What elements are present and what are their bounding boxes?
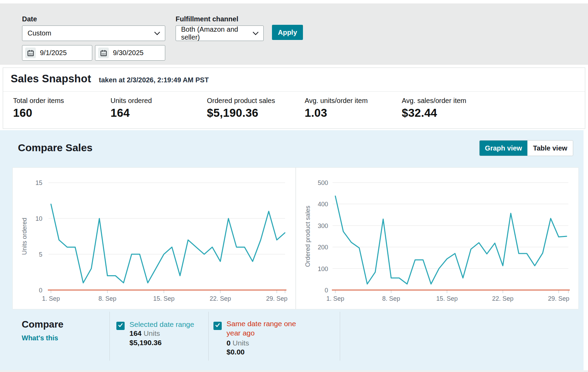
fulfillment-channel-select[interactable]: Both (Amazon and seller) [176,25,264,41]
compare-sales-title: Compare Sales [18,142,93,154]
legend-label-same-range-last-year: Same date range one year ago [227,319,309,338]
x-tick-label: 22. Sep [210,295,231,302]
metric-label: Total order items [13,97,64,105]
y-tick-label: 0 [325,287,328,294]
metric-label: Avg. units/order item [305,97,368,105]
x-tick-label: 1. Sep [42,295,60,302]
filter-bar: Date Custom 9/1/2025 [0,3,588,65]
y-tick-label: 500 [318,179,328,186]
metric-value: $32.44 [402,106,466,120]
seller-sales-dashboard: Date Custom 9/1/2025 [0,0,588,372]
units-ordered-chart: 0510151. Sep8. Sep15. Sep22. Sep29. SepU… [12,167,296,309]
legend-units-word: Units [144,329,160,337]
chart-canvas: 01002003004005001. Sep8. Sep15. Sep22. S… [296,168,579,310]
selected-date-range-checkbox[interactable] [116,322,125,330]
metric-units-ordered: Units ordered164 [111,97,152,120]
y-axis-title: Units ordered [21,218,28,255]
compare-heading: Compare [22,319,63,330]
calendar-icon[interactable] [25,48,36,58]
y-tick-label: 15 [35,179,42,186]
page-bottom-strip [0,370,588,372]
y-tick-label: 10 [35,215,42,222]
x-tick-label: 29. Sep [548,295,569,302]
tab-graph-view[interactable]: Graph view [480,141,527,156]
y-tick-label: 200 [318,244,328,251]
legend-units-word: Units [233,339,249,347]
metric-value: 164 [111,106,152,120]
ordered-product-sales-chart: 01002003004005001. Sep8. Sep15. Sep22. S… [296,167,579,309]
chart-canvas: 0510151. Sep8. Sep15. Sep22. Sep29. SepU… [13,168,296,310]
divider [109,312,110,361]
divider [208,312,209,361]
y-tick-label: 100 [318,266,328,272]
x-tick-label: 8. Sep [98,295,116,302]
metric-total-order-items: Total order items160 [13,97,64,120]
chevron-down-icon [253,32,259,35]
y-tick-label: 0 [39,287,42,294]
divider [3,91,585,92]
metric-avg-sales-order-item: Avg. sales/order item$32.44 [402,97,466,120]
series-line [51,204,285,283]
fulfillment-channel-value: Both (Amazon and seller) [181,25,258,41]
metric-value: $5,190.36 [207,106,275,120]
x-tick-label: 22. Sep [492,295,514,302]
metric-value: 1.03 [305,106,368,120]
fulfillment-channel-label: Fulfillment channel [176,15,238,23]
chevron-down-icon [154,32,160,35]
check-icon [117,322,124,330]
y-tick-label: 300 [318,223,328,229]
metric-label: Ordered product sales [207,97,275,105]
tab-table-view[interactable]: Table view [527,141,573,156]
check-icon [214,322,221,330]
legend-sales-selected-range: $5,190.36 [129,339,161,347]
view-toggle: Graph view Table view [480,141,573,156]
whats-this-link[interactable]: What's this [22,334,58,342]
x-tick-label: 8. Sep [382,295,400,302]
metric-label: Units ordered [111,97,152,105]
x-tick-label: 15. Sep [436,295,458,302]
date-filter-label: Date [22,15,37,23]
y-tick-label: 5 [39,251,42,258]
metric-value: 160 [13,106,64,120]
legend-units-value: 0 [227,339,231,347]
date-range-select-value: Custom [28,29,51,37]
compare-sales-section: Compare Sales Graph view Table view 0510… [0,130,584,370]
start-date-input[interactable]: 9/1/2025 [22,45,92,61]
same-range-last-year-checkbox[interactable] [213,322,222,330]
end-date-input[interactable]: 9/30/2025 [95,45,165,61]
legend-units-value: 164 [129,329,141,337]
legend-sales-same-range-last-year: $0.00 [227,348,245,356]
divider [340,312,340,361]
legend-units-selected-range: 164 Units [129,329,160,338]
x-tick-label: 1. Sep [326,295,344,302]
series-line [335,196,567,284]
calendar-icon[interactable] [98,48,109,58]
y-tick-label: 400 [318,201,328,208]
x-tick-label: 29. Sep [266,295,287,302]
legend-label-selected-range: Selected date range [129,320,194,329]
metric-avg-units-order-item: Avg. units/order item1.03 [305,97,368,120]
snapshot-timestamp: taken at 2/3/2026, 2:19:49 AM PST [99,76,209,84]
metric-label: Avg. sales/order item [402,97,466,105]
apply-button[interactable]: Apply [272,25,303,40]
end-date-value: 9/30/2025 [113,49,144,57]
start-date-value: 9/1/2025 [40,49,67,57]
sales-snapshot-title: Sales Snapshot [11,73,91,85]
metric-ordered-product-sales: Ordered product sales$5,190.36 [207,97,275,120]
y-axis-title: Ordered product sales [304,206,311,267]
legend-units-same-range-last-year: 0 Units [227,339,249,347]
x-tick-label: 15. Sep [153,295,175,302]
sales-snapshot-card: Sales Snapshot taken at 2/3/2026, 2:19:4… [3,68,585,129]
date-range-select[interactable]: Custom [22,25,165,41]
